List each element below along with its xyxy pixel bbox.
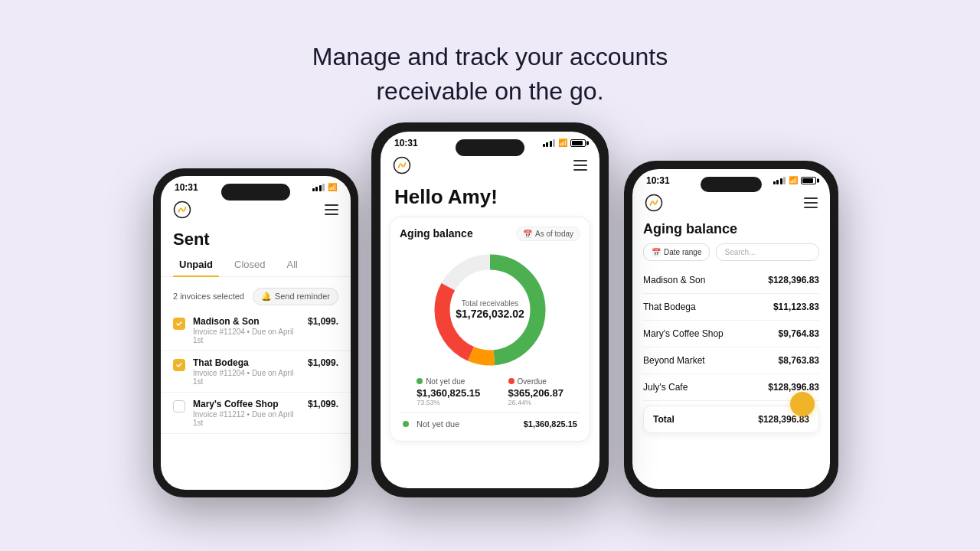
headline-line2: receivable on the go. — [312, 74, 668, 109]
search-input-right[interactable]: Search... — [716, 243, 819, 261]
invoice-item-0: Madison & Son Invoice #11204 • Due on Ap… — [161, 310, 351, 351]
time-right: 10:31 — [646, 175, 670, 186]
hamburger-left[interactable] — [325, 204, 338, 215]
donut-label: Total receivables — [456, 299, 524, 308]
calendar-icon: 📅 — [523, 230, 532, 238]
headline-line1: Manage and track your accounts — [312, 40, 668, 74]
tab-closed[interactable]: Closed — [228, 253, 271, 276]
signal-icon-center — [543, 139, 556, 147]
invoice-name-1: That Bodega — [193, 357, 300, 368]
phones-container: 10:31 📶 — [0, 130, 980, 497]
notch-right — [701, 177, 762, 192]
selected-count: 2 invoices selected — [173, 292, 244, 301]
nyd-dot — [403, 421, 409, 427]
legend-row: Not yet due $1,360,825.15 73.53% Overdue… — [400, 377, 580, 406]
balance-name-1: That Bodega — [643, 302, 696, 312]
notch-center — [456, 139, 524, 156]
invoice-sub-1: Invoice #11204 • Due on April 1st — [193, 369, 300, 386]
sent-title: Sent — [161, 223, 351, 253]
status-icons-right: 📶 — [773, 176, 817, 184]
checkbox-2[interactable] — [173, 400, 185, 412]
checkbox-0[interactable] — [173, 318, 185, 330]
headline: Manage and track your accounts receivabl… — [312, 40, 668, 109]
selected-info: 2 invoices selected 🔔 Send reminder — [161, 283, 351, 310]
signal-icon-right — [773, 177, 786, 184]
donut-center: Total receivables $1,726,032.02 — [456, 299, 524, 320]
legend-label-overdue: Overdue — [518, 377, 547, 386]
wifi-icon-left: 📶 — [328, 183, 337, 191]
aging-section-center: Aging balance 📅 As of today — [390, 217, 590, 442]
notch-left — [221, 184, 290, 201]
greeting: Hello Amy! — [381, 179, 599, 212]
invoice-name-0: Madison & Son — [193, 316, 300, 327]
legend-overdue: Overdue $365,206.87 26.44% — [508, 377, 564, 406]
donut-container: Total receivables $1,726,032.02 — [400, 249, 580, 371]
battery-icon-right — [801, 177, 816, 184]
legend-label-nyd: Not yet due — [426, 377, 465, 386]
checkbox-1[interactable] — [173, 359, 185, 371]
legend-amount-overdue: $365,206.87 — [508, 387, 564, 399]
phone-right: 10:31 📶 — [624, 161, 838, 497]
balance-amount-2: $9,764.83 — [779, 328, 819, 339]
as-of-today[interactable]: 📅 As of today — [516, 227, 580, 241]
balance-item-2: Mary's Coffee Shop $9,764.83 — [643, 321, 819, 347]
date-range-label: Date range — [664, 248, 701, 256]
date-range-button[interactable]: 📅 Date range — [643, 243, 710, 261]
balance-amount-3: $8,763.83 — [779, 355, 819, 366]
hamburger-right[interactable] — [804, 197, 818, 208]
send-reminder-label: Send reminder — [275, 292, 330, 301]
filter-row: 📅 Date range Search... — [632, 243, 830, 267]
invoice-item-1: That Bodega Invoice #11204 • Due on Apri… — [161, 351, 351, 393]
bell-icon: 🔔 — [261, 292, 272, 302]
balance-amount-4: $128,396.83 — [768, 382, 819, 393]
not-yet-due-row: Not yet due $1,360,825.15 — [400, 412, 580, 432]
phone-center: 10:31 📶 — [371, 122, 609, 497]
hamburger-center[interactable] — [573, 160, 587, 171]
aging-title-center: Aging balance — [400, 227, 473, 240]
balance-item-1: That Bodega $11,123.83 — [643, 294, 819, 321]
signal-icon-left — [312, 184, 325, 191]
legend-dot-green — [416, 378, 423, 384]
battery-icon-center — [570, 139, 586, 147]
balance-list: Madison & Son $128,396.83 That Bodega $1… — [632, 267, 830, 401]
legend-dot-red — [508, 378, 514, 384]
tab-unpaid[interactable]: Unpaid — [173, 253, 219, 276]
invoice-amount-1: $1,099. — [308, 357, 338, 368]
logo-right — [645, 194, 663, 212]
balance-name-4: July's Cafe — [643, 382, 688, 393]
as-of-label: As of today — [535, 230, 573, 238]
tab-all[interactable]: All — [281, 253, 304, 276]
search-placeholder: Search... — [724, 248, 755, 256]
phone-left: 10:31 📶 — [153, 168, 358, 497]
balance-amount-0: $128,396.83 — [768, 275, 819, 285]
tooltip-bubble — [790, 392, 815, 416]
balance-item-3: Beyond Market $8,763.83 — [643, 347, 819, 374]
invoice-item-2: Mary's Coffee Shop Invoice #11212 • Due … — [161, 393, 351, 434]
legend-pct-overdue: 26.44% — [508, 399, 564, 406]
wifi-icon-right: 📶 — [789, 176, 798, 184]
nyd-amount: $1,360,825.15 — [524, 419, 577, 429]
donut-amount: $1,726,032.02 — [456, 308, 524, 320]
tabs-row: Unpaid Closed All — [161, 253, 351, 277]
logo-center — [393, 156, 411, 174]
balance-name-2: Mary's Coffee Shop — [643, 328, 724, 339]
legend-pct-nyd: 73.53% — [416, 399, 480, 406]
status-icons-left: 📶 — [312, 183, 338, 191]
time-left: 10:31 — [175, 182, 198, 193]
aging-balance-title: Aging balance — [632, 217, 830, 243]
invoice-amount-2: $1,099. — [308, 399, 338, 409]
calendar-icon-right: 📅 — [652, 248, 661, 256]
logo-left — [173, 201, 191, 219]
wifi-icon-center: 📶 — [558, 139, 567, 147]
app-header-right — [632, 189, 830, 217]
total-label: Total — [653, 414, 675, 425]
balance-amount-1: $11,123.83 — [773, 302, 819, 312]
status-icons-center: 📶 — [543, 139, 586, 147]
legend-amount-nyd: $1,360,825.15 — [416, 387, 480, 399]
invoice-name-2: Mary's Coffee Shop — [193, 399, 300, 409]
balance-name-3: Beyond Market — [643, 355, 705, 366]
nyd-label: Not yet due — [416, 419, 459, 429]
send-reminder-button[interactable]: 🔔 Send reminder — [253, 288, 338, 305]
invoice-amount-0: $1,099. — [308, 316, 338, 327]
invoice-sub-2: Invoice #11212 • Due on April 1st — [193, 410, 300, 427]
